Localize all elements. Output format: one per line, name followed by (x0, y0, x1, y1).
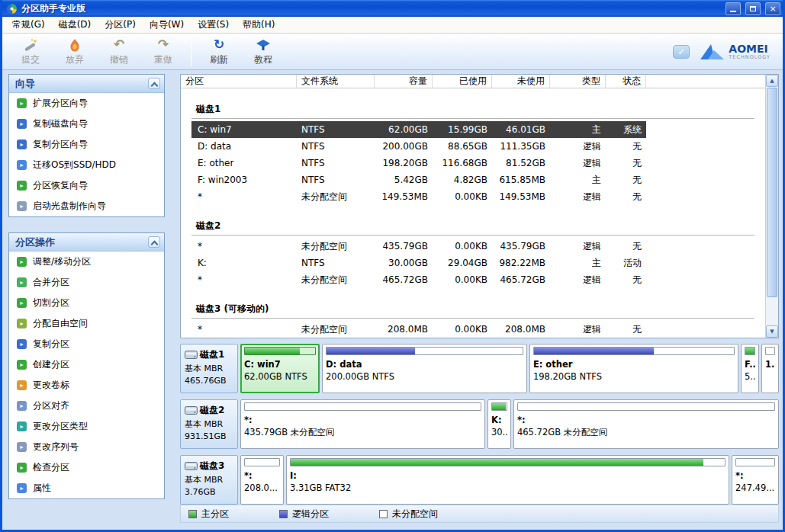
disk3-info-box[interactable]: 磁盘3 基本 MBR 3.76GB (180, 455, 238, 505)
cell-capacity: 465.72GB (375, 271, 433, 288)
cell-capacity: 30.00GB (375, 255, 433, 271)
scrollbar-track[interactable] (766, 87, 778, 325)
partition-block-unallocated[interactable]: *: 465.72GB 未分配空间 (513, 399, 779, 449)
disk-icon (185, 405, 198, 415)
sidebar-item-resize-move[interactable]: ▸ 调整/移动分区 (9, 252, 164, 272)
table-row-e-other[interactable]: E: other NTFS 198.20GB 116.68GB 81.52GB … (191, 155, 646, 171)
commit-button[interactable]: 提交 (8, 35, 53, 69)
table-row-d-data[interactable]: D: data NTFS 200.00GB 88.65GB 111.35GB 逻… (191, 138, 646, 155)
merge-icon: ▸ (17, 277, 27, 287)
table-row-c-win7[interactable]: C: win7 NTFS 62.00GB 15.99GB 46.01GB 主 系… (191, 121, 646, 138)
sidebar-item-allocate-free-space[interactable]: ▸ 分配自由空间 (9, 313, 164, 334)
sidebar-item-create-partition[interactable]: ▸ 创建分区 (9, 354, 164, 375)
redo-button[interactable]: ↷ 重做 (141, 35, 185, 69)
sidebar-item-change-label[interactable]: ▸ 更改卷标 (9, 375, 164, 396)
undo-button[interactable]: ↶ 撤销 (97, 35, 141, 69)
main-area: 向导 ▸ 扩展分区向导 ▸ 复制磁盘向导 ▸ 复制分区向导 ▸ 迁移OS到 (2, 70, 783, 530)
cell-filesystem: 未分配空间 (297, 188, 375, 205)
partition-block-unallocated[interactable]: *: 247.49... (732, 455, 779, 505)
sidebar-item-copy-disk-wizard[interactable]: ▸ 复制磁盘向导 (9, 114, 164, 134)
cell-filesystem: NTFS (297, 255, 375, 271)
menu-item-general[interactable]: 常规(G) (5, 17, 52, 33)
sidebar-item-partition-alignment[interactable]: ▸ 分区对齐 (9, 396, 164, 416)
discard-button[interactable]: 放弃 (53, 35, 97, 69)
sidebar-item-label: 复制分区 (33, 338, 69, 351)
sidebar-item-label: 迁移OS到SSD/HDD (33, 159, 116, 171)
cell-filesystem: 未分配空间 (297, 321, 375, 338)
legend-bar: 主分区 逻辑分区 未分配空间 (180, 505, 779, 523)
legend-label: 逻辑分区 (292, 508, 329, 521)
sidebar-item-merge-partition[interactable]: ▸ 合并分区 (9, 272, 164, 293)
partition-detail: 198.20GB NTFS (533, 371, 735, 383)
table-row-k[interactable]: K: NTFS 30.00GB 29.04GB 982.22MB 主 活动 (191, 255, 646, 271)
group-divider (191, 318, 754, 319)
cell-partition: * (191, 238, 297, 255)
sidebar-item-label: 更改分区类型 (33, 420, 88, 433)
sidebar-item-extend-partition-wizard[interactable]: ▸ 扩展分区向导 (9, 93, 164, 114)
wizard-panel-title: 向导 (15, 77, 35, 91)
table-row-f-win2003[interactable]: F: win2003 NTFS 5.42GB 4.82GB 615.85MB 主… (191, 171, 646, 188)
partition-block-e-other[interactable]: E: other 198.20GB NTFS (529, 344, 738, 393)
scroll-down-button[interactable]: ▼ (766, 325, 778, 338)
partition-block-d-data[interactable]: D: data 200.00GB NTFS (322, 344, 527, 393)
table-row-unallocated[interactable]: * 未分配空间 149.53MB 0.00KB 149.53MB 逻辑 无 (191, 188, 646, 205)
disk-group-title: 磁盘3 (可移动的) (181, 288, 765, 318)
sidebar-item-partition-recovery-wizard[interactable]: ▸ 分区恢复向导 (9, 175, 164, 196)
menu-item-settings[interactable]: 设置(S) (191, 17, 236, 33)
table-row-unallocated[interactable]: * 未分配空间 465.72GB 0.00KB 465.72GB 逻辑 无 (191, 271, 646, 288)
partition-block-unallocated[interactable]: *: 208.0... (240, 455, 284, 505)
close-button[interactable]: × (765, 2, 780, 15)
partition-table: 分区 文件系统 容量 已使用 未使用 类型 状态 磁盘1 C: win7 NTF… (180, 74, 779, 338)
minimize-button[interactable] (725, 2, 741, 15)
sidebar-item-change-partition-type[interactable]: ▸ 更改分区类型 (9, 416, 164, 437)
menu-item-partition[interactable]: 分区(P) (98, 17, 143, 33)
menu-item-wizard[interactable]: 向导(W) (143, 17, 191, 33)
sidebar-item-migrate-os[interactable]: ▸ 迁移OS到SSD/HDD (9, 155, 164, 175)
partition-label: 1... (765, 359, 775, 371)
cell-unused: 81.52GB (492, 155, 550, 171)
cell-unused: 982.22MB (492, 255, 550, 271)
partition-block-k[interactable]: K: 30... (487, 399, 511, 449)
disk-map: 磁盘1 基本 MBR 465.76GB C: win7 62.00GB NTFS (180, 344, 779, 505)
partition-block-i[interactable]: I: 3.31GB FAT32 (286, 455, 729, 505)
table-vertical-scrollbar[interactable]: ▲ ▼ (765, 75, 778, 338)
update-check-icon[interactable]: ✓ (673, 45, 690, 59)
partition-label: E: other (533, 359, 735, 371)
sidebar-item-split-partition[interactable]: ▸ 切割分区 (9, 293, 164, 313)
scrollbar-thumb[interactable] (767, 88, 777, 297)
sidebar-item-copy-partition[interactable]: ▸ 复制分区 (9, 334, 164, 354)
sidebar-item-bootable-cd-wizard[interactable]: ▸ 启动光盘制作向导 (9, 196, 164, 216)
sidebar-item-check-partition[interactable]: ▸ 检查分区 (9, 457, 164, 478)
menu-item-disk[interactable]: 磁盘(D) (52, 17, 98, 33)
sidebar-item-properties[interactable]: ▸ 属性 (9, 478, 164, 498)
cell-type: 逻辑 (550, 138, 606, 155)
disk1-info-box[interactable]: 磁盘1 基本 MBR 465.76GB (180, 344, 238, 393)
redo-label: 重做 (154, 53, 172, 66)
partition-label: I: (290, 470, 725, 482)
tutorial-button[interactable]: 教程 (241, 35, 285, 69)
legend-label: 未分配空间 (392, 508, 438, 521)
partition-detail: 247.49... (735, 482, 775, 495)
collapse-chevron-icon[interactable] (148, 236, 160, 248)
partition-block-unallocated[interactable]: *: 435.79GB 未分配空间 (240, 399, 485, 449)
cell-status: 活动 (606, 255, 646, 271)
partition-block-f-win2003[interactable]: F... 5... (741, 344, 759, 393)
table-row-unallocated[interactable]: * 未分配空间 208.0MB 0.00KB 208.0MB 逻辑 无 (191, 321, 646, 338)
undo-label: 撤销 (110, 53, 128, 66)
sidebar-item-copy-partition-wizard[interactable]: ▸ 复制分区向导 (9, 134, 164, 155)
column-header-status: 状态 (606, 75, 646, 88)
collapse-chevron-icon[interactable] (148, 78, 160, 89)
maximize-button[interactable] (745, 2, 761, 15)
partition-block-unallocated[interactable]: 1... (761, 344, 779, 393)
cell-filesystem: NTFS (297, 138, 375, 155)
refresh-button[interactable]: ↻ 刷新 (197, 35, 241, 69)
scroll-up-button[interactable]: ▲ (766, 75, 778, 87)
partition-label: *: (244, 415, 481, 427)
disk2-info-box[interactable]: 磁盘2 基本 MBR 931.51GB (180, 399, 238, 449)
sidebar-item-change-serial[interactable]: ▸ 更改序列号 (9, 437, 164, 457)
menu-item-help[interactable]: 帮助(H) (236, 17, 282, 33)
disk2-blocks: *: 435.79GB 未分配空间 K: 30... *: 465.72GB 未… (240, 399, 779, 449)
table-row-unallocated[interactable]: * 未分配空间 435.79GB 0.00KB 435.79GB 逻辑 无 (191, 238, 646, 255)
bootable-cd-icon: ▸ (17, 201, 27, 211)
partition-block-c-win7[interactable]: C: win7 62.00GB NTFS (240, 344, 320, 393)
